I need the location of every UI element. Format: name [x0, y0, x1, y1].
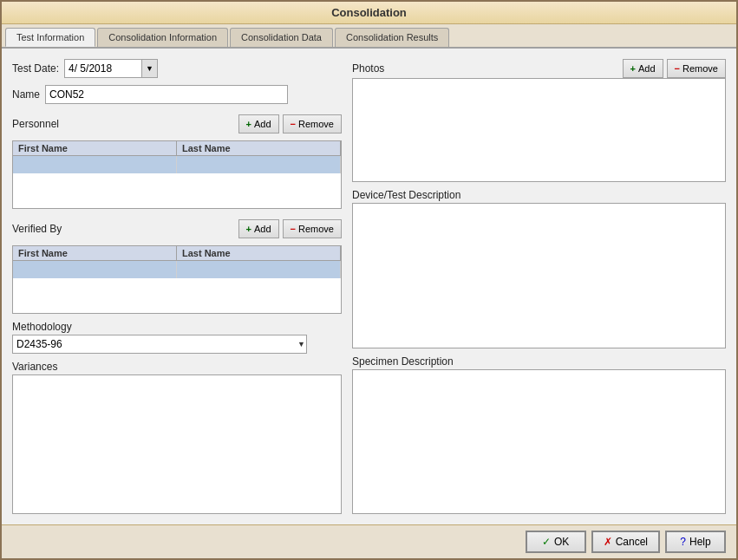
x-icon: ✗: [604, 536, 612, 548]
verified-remove-button[interactable]: − Remove: [283, 219, 342, 238]
tab-bar: Test Information Consolidation Informati…: [2, 24, 736, 49]
check-icon: ✓: [542, 536, 551, 548]
plus-icon-3: +: [630, 63, 636, 74]
minus-icon-3: −: [675, 63, 680, 74]
methodology-label: Methodology: [12, 321, 342, 333]
question-icon: ?: [680, 536, 686, 548]
personnel-lastname-cell: [177, 156, 341, 173]
main-content: Test Date: ▼ Name Personnel +: [2, 49, 736, 524]
verified-label: Verified By: [12, 223, 62, 235]
photos-label: Photos: [352, 62, 384, 75]
verified-grid-body: [13, 261, 341, 313]
personnel-add-button[interactable]: + Add: [238, 114, 279, 133]
ok-label: OK: [554, 536, 569, 548]
minus-icon: −: [291, 119, 296, 129]
name-label: Name: [12, 88, 40, 101]
verified-btn-group: + Add − Remove: [238, 219, 342, 238]
dialog-title: Consolidation: [2, 2, 736, 24]
help-label: Help: [689, 536, 711, 548]
device-test-section: Device/Test Description: [352, 189, 726, 348]
specimen-label: Specimen Description: [352, 355, 726, 368]
specimen-section: Specimen Description: [352, 355, 726, 515]
personnel-grid-body: [13, 156, 341, 208]
minus-icon-2: −: [291, 224, 296, 234]
bottom-bar: ✓ OK ✗ Cancel ? Help: [2, 524, 736, 558]
plus-icon: +: [246, 119, 251, 129]
right-panel: Photos + Add − Remove: [352, 59, 726, 514]
tab-consolidation-information[interactable]: Consolidation Information: [97, 28, 228, 47]
methodology-select-wrap: D2435-96 ▼: [12, 335, 307, 354]
tab-consolidation-data[interactable]: Consolidation Data: [230, 28, 333, 47]
verified-lastname-cell: [177, 261, 341, 278]
date-dropdown-btn[interactable]: ▼: [142, 59, 158, 78]
table-row[interactable]: [13, 156, 341, 173]
verified-firstname-col: First Name: [13, 246, 177, 260]
test-date-label: Test Date:: [12, 62, 59, 75]
dropdown-arrow-icon: ▼: [146, 64, 153, 73]
photos-box: [352, 78, 726, 182]
name-row: Name: [12, 85, 342, 104]
test-date-input-wrap: ▼: [64, 59, 158, 78]
ok-button[interactable]: ✓ OK: [526, 531, 586, 553]
verified-grid: First Name Last Name: [12, 245, 342, 314]
personnel-grid: First Name Last Name: [12, 140, 342, 209]
table-row[interactable]: [13, 261, 341, 278]
personnel-btn-group: + Add − Remove: [238, 114, 342, 133]
verified-firstname-cell: [13, 261, 177, 278]
device-test-textarea[interactable]: [352, 203, 726, 348]
photos-header: Photos + Add − Remove: [352, 59, 726, 78]
personnel-grid-header: First Name Last Name: [13, 141, 341, 156]
photos-section: Photos + Add − Remove: [352, 59, 726, 182]
photos-add-button[interactable]: + Add: [623, 59, 663, 78]
cancel-button[interactable]: ✗ Cancel: [591, 531, 660, 553]
specimen-textarea[interactable]: [352, 369, 726, 515]
personnel-header: Personnel + Add − Remove: [12, 114, 342, 133]
verified-lastname-col: Last Name: [177, 246, 341, 260]
left-panel: Test Date: ▼ Name Personnel +: [12, 59, 342, 514]
variances-label: Variances: [12, 361, 342, 373]
personnel-lastname-col: Last Name: [177, 141, 341, 155]
photos-btn-group: + Add − Remove: [623, 59, 726, 78]
device-test-label: Device/Test Description: [352, 189, 726, 201]
verified-grid-header: First Name Last Name: [13, 246, 341, 261]
test-date-input[interactable]: [64, 59, 142, 78]
photos-remove-button[interactable]: − Remove: [667, 59, 726, 78]
tab-test-information[interactable]: Test Information: [5, 28, 95, 47]
personnel-firstname-cell: [13, 156, 177, 173]
cancel-label: Cancel: [616, 536, 648, 548]
methodology-select[interactable]: D2435-96: [12, 335, 307, 354]
personnel-label: Personnel: [12, 118, 59, 130]
verified-header: Verified By + Add − Remove: [12, 219, 342, 238]
personnel-firstname-col: First Name: [13, 141, 177, 155]
test-date-row: Test Date: ▼: [12, 59, 342, 78]
variances-section: Variances: [12, 361, 342, 514]
plus-icon-2: +: [246, 224, 251, 234]
tab-consolidation-results[interactable]: Consolidation Results: [335, 28, 449, 47]
variances-textarea[interactable]: [12, 374, 342, 514]
verified-add-button[interactable]: + Add: [238, 219, 279, 238]
help-button[interactable]: ? Help: [665, 531, 726, 553]
personnel-remove-button[interactable]: − Remove: [283, 114, 342, 133]
methodology-section: Methodology D2435-96 ▼: [12, 321, 342, 354]
name-input[interactable]: [45, 85, 288, 104]
consolidation-dialog: Consolidation Test Information Consolida…: [0, 0, 738, 560]
